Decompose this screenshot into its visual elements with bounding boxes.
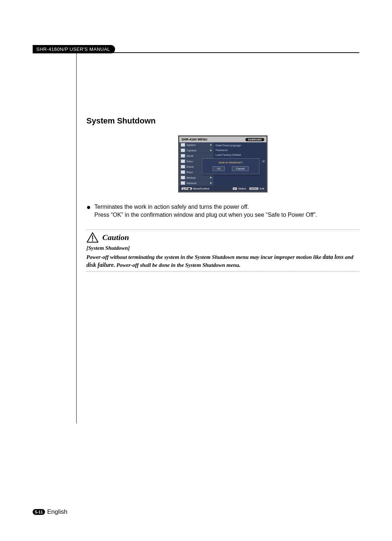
menu-item-label: Reco xyxy=(187,160,193,163)
page-footer: 5-11 English xyxy=(33,508,68,516)
exit-key-icon: MENU xyxy=(249,187,258,190)
monitor-icon xyxy=(181,154,185,158)
chevron-right-icon: ▶ xyxy=(210,176,212,179)
record-icon xyxy=(181,170,185,174)
event-icon xyxy=(181,165,185,168)
submenu-date[interactable]: Date/Time/Language xyxy=(213,143,266,148)
header-rule xyxy=(33,52,359,53)
bullet-item: ● Terminates the work in action safely a… xyxy=(86,203,359,219)
menu-item-backup[interactable]: Backup▶ xyxy=(179,175,213,180)
svg-point-2 xyxy=(92,240,93,241)
menu-item-label: System xyxy=(187,143,196,147)
caution-text-a: Power-off without terminating the system… xyxy=(86,254,323,260)
menu-item-monitoring[interactable]: Monit xyxy=(179,153,213,159)
dialog-buttons: OK Cancel xyxy=(204,166,257,171)
menu-title: SHR-4160 MENU xyxy=(181,138,207,141)
submenu-password[interactable]: Password xyxy=(213,148,266,152)
select-key-icon: ↵ xyxy=(233,187,237,190)
system-icon xyxy=(181,143,185,147)
chevron-right-icon: ▶ xyxy=(210,182,212,184)
footer-move-label: Move/Control xyxy=(193,187,209,190)
page-number-badge: 5-11 xyxy=(33,509,45,515)
menu-item-network[interactable]: Network▶ xyxy=(179,180,213,186)
caution-text: Power-off without terminating the system… xyxy=(86,253,359,269)
menu-item-label: Backup xyxy=(187,176,196,179)
caution-strong1: data loss xyxy=(323,254,343,260)
footer-language: English xyxy=(47,508,68,516)
menu-item-label: Reco xyxy=(187,171,193,174)
caution-strong2: disk failure xyxy=(86,262,114,268)
chevron-right-icon: ▶ xyxy=(210,149,212,152)
menu-item-label: Event xyxy=(187,165,193,168)
caution-text-c: . Power-off shall be done in the System … xyxy=(114,262,240,268)
menu-titlebar: SHR-4160 MENU SAMSUNG xyxy=(179,137,266,142)
caution-label: Caution xyxy=(102,233,129,242)
dotted-rule-top xyxy=(86,229,359,230)
bullet-icon: ● xyxy=(86,203,91,219)
vertical-rule xyxy=(76,53,77,423)
network-icon xyxy=(181,181,185,185)
body-line2: Press “OK” in the confirmation window an… xyxy=(94,212,317,218)
menu-footer: ▲▼◀▶Move/Control ↵Select MENUExit xyxy=(179,186,266,191)
ok-button[interactable]: OK xyxy=(213,166,225,171)
menu-item-label: Network xyxy=(187,182,197,185)
chevron-right-icon: ▶ xyxy=(210,143,212,146)
bullet-text: Terminates the work in action safely and… xyxy=(94,203,317,219)
camera-icon xyxy=(181,149,185,152)
menu-item-label: Camera xyxy=(187,149,196,152)
dotted-rule-bottom xyxy=(86,271,359,272)
confirm-dialog: Sure to shutdown? OK Cancel xyxy=(202,158,260,174)
move-key-icon: ▲▼◀▶ xyxy=(181,187,192,190)
caution-text-b: and xyxy=(343,254,353,260)
warning-triangle-icon xyxy=(86,232,99,243)
brand-logo: SAMSUNG xyxy=(245,138,264,141)
backup-icon xyxy=(181,176,185,179)
cancel-button[interactable]: Cancel xyxy=(232,166,248,171)
caution-subject: [System Shutdown] xyxy=(86,244,359,252)
dialog-message: Sure to shutdown? xyxy=(204,161,257,164)
menu-item-system[interactable]: System▶ xyxy=(179,142,213,148)
submenu-factory[interactable]: Load Factory Default xyxy=(213,152,266,157)
footer-exit-label: Exit xyxy=(260,187,264,190)
body-line1: Terminates the work in action safely and… xyxy=(94,204,249,210)
caution-heading: Caution xyxy=(86,232,359,243)
menu-body: System▶ Camera▶ Monit Reco Event Reco Ba… xyxy=(179,142,266,186)
menu-item-camera[interactable]: Camera▶ xyxy=(179,148,213,153)
menu-item-label: Monit xyxy=(187,154,193,158)
content-area: System Shutdown SHR-4160 MENU SAMSUNG Sy… xyxy=(86,116,359,274)
section-title: System Shutdown xyxy=(86,116,359,126)
footer-select-label: Select xyxy=(238,187,246,190)
menu-screenshot: SHR-4160 MENU SAMSUNG System▶ Camera▶ Mo… xyxy=(179,136,267,192)
record-icon xyxy=(181,159,185,163)
